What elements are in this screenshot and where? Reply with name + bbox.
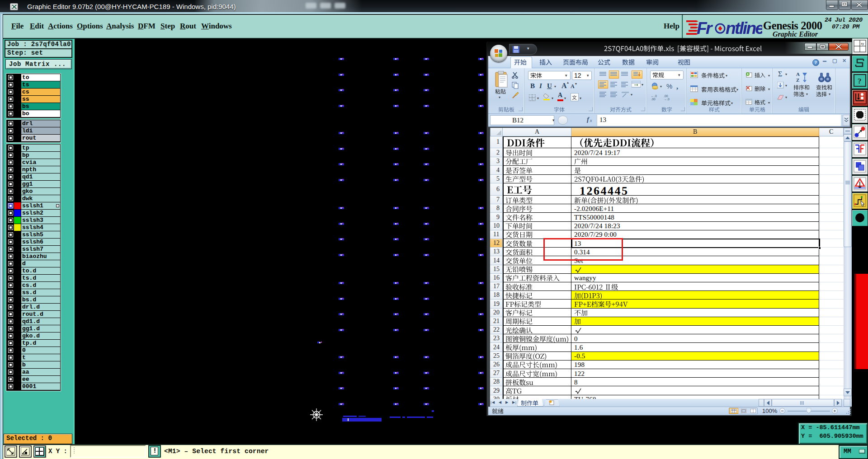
- svg-text:?: ?: [858, 77, 862, 85]
- svg-text:A: A: [796, 71, 800, 77]
- svg-text:Z: Z: [796, 77, 799, 83]
- svg-text:ntline: ntline: [726, 19, 762, 37]
- svg-text:Fr: Fr: [697, 19, 713, 37]
- svg-text:xy: xy: [861, 42, 864, 46]
